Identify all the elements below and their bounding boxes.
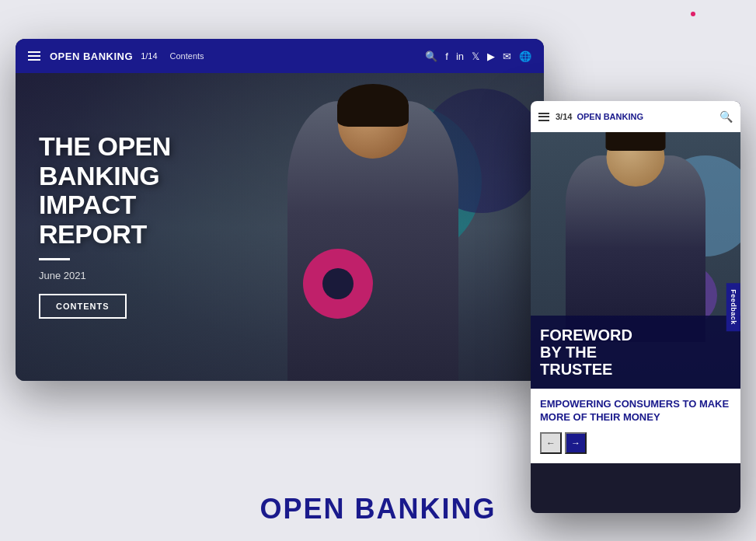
mobile-hamburger[interactable] — [538, 113, 549, 121]
next-arrow-button[interactable]: → — [565, 432, 587, 454]
search-icon[interactable]: 🔍 — [425, 51, 437, 62]
desktop-brand: OPEN BANKING — [50, 51, 133, 62]
mobile-person-hair — [606, 132, 666, 151]
mobile-hero-text: FOREWORD BY THE TRUSTEE — [531, 316, 740, 389]
notification-dot — [691, 12, 695, 16]
hero-date: June 2021 — [39, 270, 171, 281]
circle-pink-inner — [322, 268, 354, 299]
hero-title: THE OPEN BANKING IMPACT REPORT — [39, 132, 171, 249]
desktop-mockup: OPEN BANKING 1/14 Contents 🔍 f in 𝕏 ▶ ✉ … — [16, 39, 544, 381]
youtube-icon[interactable]: ▶ — [487, 51, 495, 62]
email-icon[interactable]: ✉ — [503, 51, 511, 62]
mobile-hero-title: FOREWORD BY THE TRUSTEE — [540, 326, 731, 378]
twitter-icon[interactable]: 𝕏 — [472, 51, 479, 62]
mobile-hero: FOREWORD BY THE TRUSTEE — [531, 132, 740, 389]
nav-right: 🔍 f in 𝕏 ▶ ✉ 🌐 — [425, 51, 531, 62]
desktop-page-num: 1/14 — [141, 51, 157, 61]
prev-arrow-button[interactable]: ← — [540, 432, 562, 454]
globe-icon[interactable]: 🌐 — [519, 51, 531, 62]
hero-text: THE OPEN BANKING IMPACT REPORT June 2021… — [39, 132, 171, 319]
linkedin-icon[interactable]: in — [456, 51, 464, 62]
feedback-tab[interactable]: Feedback — [726, 283, 740, 331]
mobile-nav-arrows: ← → — [540, 432, 731, 454]
scene: OPEN BANKING 1/14 Contents 🔍 f in 𝕏 ▶ ✉ … — [0, 0, 756, 541]
desktop-contents-link[interactable]: Contents — [170, 51, 204, 61]
person-figure — [264, 73, 482, 381]
hamburger-icon[interactable] — [28, 51, 40, 61]
footer-brand-label: OPEN BANKING — [260, 493, 496, 525]
mobile-nav: 3/14 OPEN BANKING 🔍 — [531, 101, 740, 132]
mobile-mockup: 3/14 OPEN BANKING 🔍 FOREWORD BY THE TRUS… — [531, 101, 740, 513]
desktop-nav: OPEN BANKING 1/14 Contents 🔍 f in 𝕏 ▶ ✉ … — [16, 39, 544, 73]
mobile-search-icon[interactable]: 🔍 — [719, 110, 733, 123]
contents-button[interactable]: CONTENTS — [39, 294, 127, 319]
desktop-hero: THE OPEN BANKING IMPACT REPORT June 2021… — [16, 73, 544, 381]
mobile-bottom: EMPOWERING CONSUMERS TO MAKE MORE OF THE… — [531, 389, 740, 463]
facebook-icon[interactable]: f — [445, 51, 448, 62]
person-hair — [337, 84, 409, 127]
mobile-page-num: 3/14 — [556, 112, 572, 121]
mobile-subtitle: EMPOWERING CONSUMERS TO MAKE MORE OF THE… — [540, 398, 731, 424]
mobile-brand: OPEN BANKING — [577, 112, 643, 121]
hero-divider — [39, 258, 70, 260]
